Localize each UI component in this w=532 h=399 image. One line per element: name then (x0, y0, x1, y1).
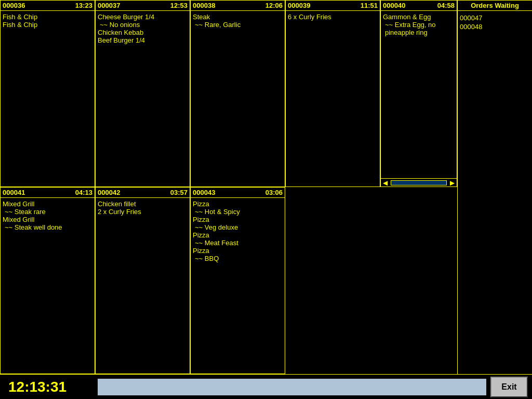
order-time: 03:06 (265, 189, 283, 196)
order-body-000039: 6 x Curly Fries (286, 11, 380, 187)
order-id: 000041 (3, 189, 25, 196)
order-time: 12:06 (265, 2, 283, 9)
order-item: Pizza (193, 231, 283, 239)
order-body-000037: Cheese Burger 1/4 ~~ No onions Chicken K… (96, 11, 190, 187)
order-item: Pizza (193, 216, 283, 223)
order-cell-000043[interactable]: 000043 03:06 Pizza ~~ Hot & Spicy Pizza … (190, 187, 285, 374)
order-item: 2 x Curly Fries (98, 208, 188, 216)
order-item: Pizza (193, 200, 283, 208)
order-body-000040: Gammon & Egg ~~ Extra Egg, no pineapple … (381, 11, 457, 178)
order-item: Chicken fillet (98, 200, 188, 208)
order-item: Chicken Kebab (98, 29, 188, 36)
order-header-000040: 000040 04:58 (381, 1, 457, 11)
order-modifier: ~~ Veg deluxe (193, 223, 283, 231)
order-id: 000042 (98, 189, 120, 196)
bottom-bar: 12:13:31 Exit (0, 374, 532, 399)
order-header-000037: 000037 12:53 (96, 1, 190, 11)
message-bar (98, 379, 486, 395)
order-header-000038: 000038 12:06 (191, 1, 285, 11)
order-modifier: ~~ Meat Feast (193, 239, 283, 247)
order-body-000041: Mixed Grill ~~ Steak rare Mixed Grill ~~… (1, 198, 95, 374)
order-id: 000037 (98, 2, 120, 9)
order-id: 000039 (288, 2, 310, 9)
order-item: Cheese Burger 1/4 (98, 13, 188, 21)
order-cell-000041[interactable]: 000041 04:13 Mixed Grill ~~ Steak rare M… (0, 187, 95, 374)
order-time: 04:13 (75, 189, 92, 196)
order-cell-000038[interactable]: 000038 12:06 Steak ~~ Rare, Garlic (190, 0, 285, 187)
order-cell-000039[interactable]: 000039 11:51 6 x Curly Fries (285, 0, 380, 187)
waiting-order-1[interactable]: 000047 (460, 14, 530, 22)
order-body-000036: Fish & Chip Fish & Chip (1, 11, 95, 187)
sidebar-waiting-list: 000047 000048 (458, 11, 532, 34)
order-modifier: ~~ Steak well done (3, 223, 92, 231)
order-time: 11:51 (361, 2, 378, 9)
waiting-order-2[interactable]: 000048 (460, 23, 530, 31)
order-item: Beef Burger 1/4 (98, 36, 188, 44)
scroll-right-icon[interactable]: ▶ (448, 179, 457, 187)
order-modifier: ~~ Steak rare (3, 208, 92, 216)
order-modifier: ~~ Hot & Spicy (193, 208, 283, 216)
order-modifier: ~~ No onions (98, 21, 188, 29)
order-header-000042: 000042 03:57 (96, 188, 190, 198)
order-id: 000038 (193, 2, 215, 9)
order-body-000042: Chicken fillet 2 x Curly Fries (96, 198, 190, 374)
order-item: Fish & Chip (3, 21, 92, 29)
scroll-left-icon[interactable]: ◀ (381, 179, 390, 187)
orders-waiting-sidebar: Orders Waiting 000047 000048 (457, 0, 532, 374)
order-item: Fish & Chip (3, 13, 92, 21)
order-body-000043: Pizza ~~ Hot & Spicy Pizza ~~ Veg deluxe… (191, 198, 285, 374)
order-item: Pizza (193, 247, 283, 255)
order-time: 04:58 (437, 2, 455, 9)
exit-button[interactable]: Exit (490, 377, 528, 397)
order-id: 000036 (3, 2, 25, 9)
order-header-000039: 000039 11:51 (286, 1, 380, 11)
sidebar-title: Orders Waiting (458, 1, 532, 11)
clock-display: 12:13:31 (0, 379, 94, 395)
order-header-000036: 000036 13:23 (1, 1, 95, 11)
order-item: Mixed Grill (3, 200, 92, 208)
order-modifier: ~~ Rare, Garlic (193, 21, 283, 29)
order-item: 6 x Curly Fries (288, 13, 378, 21)
scrollbar[interactable]: ◀ ▶ (381, 178, 457, 187)
order-time: 13:23 (75, 2, 92, 9)
order-item: Mixed Grill (3, 216, 92, 223)
order-time: 03:57 (170, 189, 188, 196)
order-header-000043: 000043 03:06 (191, 188, 285, 198)
order-item: Gammon & Egg (383, 13, 455, 21)
order-body-000038: Steak ~~ Rare, Garlic (191, 11, 285, 187)
order-cell-000037[interactable]: 000037 12:53 Cheese Burger 1/4 ~~ No oni… (95, 0, 190, 187)
order-id: 000040 (383, 2, 405, 9)
order-modifier: ~~ BBQ (193, 255, 283, 262)
order-cell-000040[interactable]: 000040 04:58 Gammon & Egg ~~ Extra Egg, … (380, 0, 457, 187)
order-modifier: ~~ Extra Egg, no pineapple ring (383, 21, 455, 36)
order-cell-000036[interactable]: 000036 13:23 Fish & Chip Fish & Chip (0, 0, 95, 187)
order-time: 12:53 (170, 2, 188, 9)
order-cell-000042[interactable]: 000042 03:57 Chicken fillet 2 x Curly Fr… (95, 187, 190, 374)
order-header-000041: 000041 04:13 (1, 188, 95, 198)
order-item: Steak (193, 13, 283, 21)
order-id: 000043 (193, 189, 215, 196)
